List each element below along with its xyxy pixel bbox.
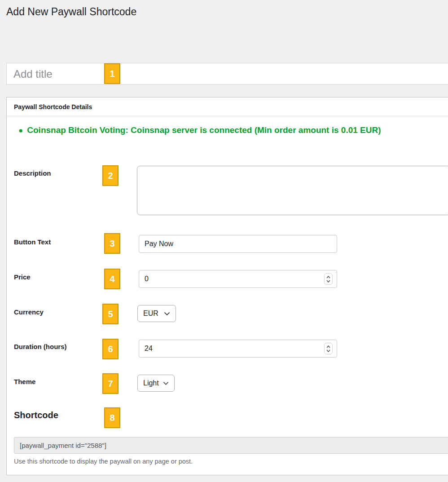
chevron-down-icon [163, 381, 169, 385]
shortcode-value-input[interactable] [14, 437, 448, 454]
post-title-input[interactable] [6, 63, 448, 85]
field-badge: 1 [104, 63, 120, 84]
button-text-label: Button Text [14, 238, 51, 246]
shortcode-help-text: Use this shortcode to display the paywal… [14, 458, 193, 465]
currency-selected-value: EUR [143, 310, 158, 318]
description-label: Description [14, 169, 51, 177]
status-text: Coinsnap Bitcoin Voting: Coinsnap server… [27, 125, 381, 135]
chevron-up-icon [326, 276, 330, 279]
metabox-header: Paywall Shortcode Details [7, 97, 448, 116]
price-label: Price [14, 273, 31, 281]
button-text-input[interactable] [139, 235, 337, 253]
field-badge: 6 [102, 339, 119, 359]
field-badge: 8 [104, 407, 120, 428]
field-badge: 7 [102, 373, 119, 394]
price-stepper[interactable] [324, 273, 333, 285]
status-dot-icon: ● [18, 126, 23, 135]
chevron-down-icon [164, 312, 170, 316]
duration-label: Duration (hours) [14, 343, 67, 351]
price-input[interactable] [139, 270, 337, 288]
duration-input[interactable] [139, 340, 337, 358]
field-badge: 3 [104, 233, 120, 254]
theme-selected-value: Light [143, 379, 159, 387]
theme-label: Theme [14, 378, 35, 386]
field-badge: 2 [102, 165, 119, 186]
page-title: Add New Paywall Shortcode [6, 5, 136, 18]
field-badge: 5 [102, 304, 119, 324]
shortcode-heading: Shortcode [14, 410, 58, 420]
duration-stepper[interactable] [324, 343, 333, 354]
currency-label: Currency [14, 308, 44, 316]
chevron-up-icon [326, 345, 330, 348]
server-status: ●Coinsnap Bitcoin Voting: Coinsnap serve… [18, 124, 448, 137]
description-textarea[interactable] [137, 166, 448, 215]
currency-select[interactable]: EUR [137, 305, 176, 322]
chevron-down-icon [326, 280, 330, 283]
chevron-down-icon [326, 349, 330, 352]
field-badge: 4 [104, 269, 120, 289]
theme-select[interactable]: Light [137, 375, 175, 392]
paywall-details-metabox: Paywall Shortcode Details ●Coinsnap Bitc… [6, 97, 448, 475]
metabox-title: Paywall Shortcode Details [14, 103, 92, 111]
add-paywall-shortcode-page: Add New Paywall Shortcode 1 2 3 4 5 6 7 … [0, 0, 448, 482]
